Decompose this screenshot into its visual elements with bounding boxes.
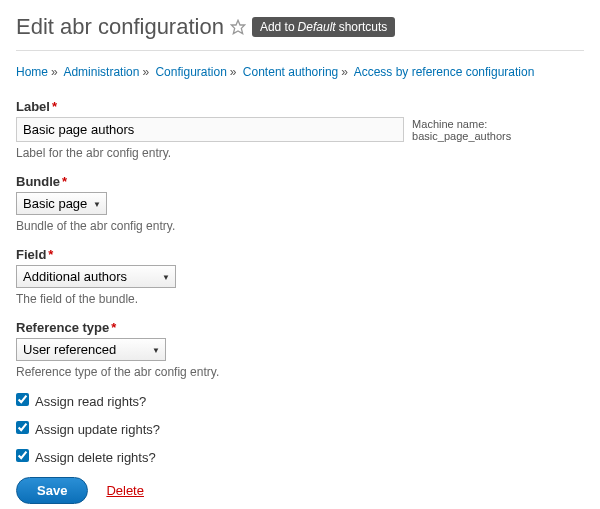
read-rights-label[interactable]: Assign read rights?: [16, 394, 146, 409]
label-desc: Label for the abr config entry.: [16, 146, 584, 160]
divider: [16, 50, 584, 51]
label-input[interactable]: [16, 117, 404, 142]
update-rights-checkbox[interactable]: [16, 421, 29, 434]
field-select[interactable]: Additional authors: [16, 265, 176, 288]
reftype-label: Reference type*: [16, 320, 116, 335]
bundle-label: Bundle*: [16, 174, 67, 189]
shortcut-label-prefix: Add to: [260, 20, 295, 34]
breadcrumb-current[interactable]: Access by reference configuration: [354, 65, 535, 79]
breadcrumb-configuration[interactable]: Configuration: [155, 65, 226, 79]
label-label: Label*: [16, 99, 57, 114]
machine-name: Machine name: basic_page_authors: [412, 118, 584, 142]
shortcut-label-em: Default: [298, 20, 336, 34]
read-rights-checkbox[interactable]: [16, 393, 29, 406]
bundle-desc: Bundle of the abr config entry.: [16, 219, 584, 233]
add-shortcut-button[interactable]: Add to Default shortcuts: [252, 17, 395, 37]
reftype-desc: Reference type of the abr config entry.: [16, 365, 584, 379]
delete-rights-checkbox[interactable]: [16, 449, 29, 462]
breadcrumb: Home» Administration» Configuration» Con…: [16, 65, 584, 79]
breadcrumb-administration[interactable]: Administration: [63, 65, 139, 79]
field-label: Field*: [16, 247, 53, 262]
svg-marker-0: [231, 20, 244, 33]
bundle-select[interactable]: Basic page: [16, 192, 107, 215]
reftype-select[interactable]: User referenced: [16, 338, 166, 361]
star-icon[interactable]: [230, 19, 246, 35]
update-rights-label[interactable]: Assign update rights?: [16, 422, 160, 437]
shortcut-label-suffix: shortcuts: [339, 20, 388, 34]
breadcrumb-content-authoring[interactable]: Content authoring: [243, 65, 338, 79]
save-button[interactable]: Save: [16, 477, 88, 504]
field-desc: The field of the bundle.: [16, 292, 584, 306]
page-title: Edit abr configuration: [16, 14, 224, 40]
delete-rights-label[interactable]: Assign delete rights?: [16, 450, 156, 465]
breadcrumb-home[interactable]: Home: [16, 65, 48, 79]
delete-link[interactable]: Delete: [106, 483, 144, 498]
